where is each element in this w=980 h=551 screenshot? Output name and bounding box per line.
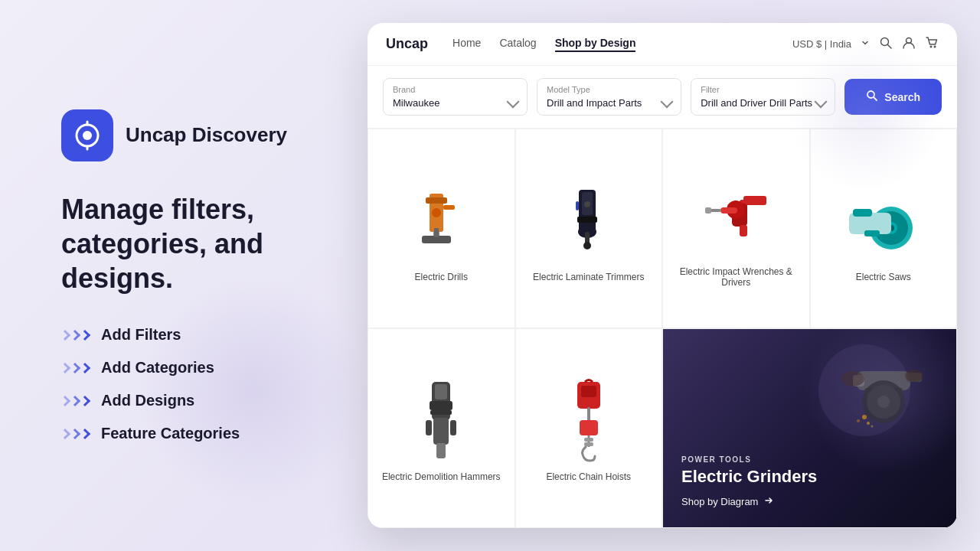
filter-filter-label: Filter [701, 85, 825, 94]
left-panel: Uncap Discovery Manage filters, categori… [0, 64, 368, 488]
nav-link-shop-by-design[interactable]: Shop by Design [555, 37, 636, 52]
featured-card-electric-grinders[interactable]: POWER TOOLS Electric Grinders Shop by Di… [662, 328, 957, 528]
brand-chevron-down-icon [507, 95, 520, 108]
svg-rect-22 [576, 201, 579, 210]
svg-point-58 [877, 396, 890, 408]
headline: Manage filters, categories, and designs. [61, 192, 322, 295]
svg-point-14 [432, 208, 441, 217]
svg-rect-51 [584, 442, 593, 446]
svg-point-5 [930, 46, 933, 48]
product-image-electric-drills [395, 178, 487, 262]
svg-rect-31 [705, 207, 711, 214]
feature-item-add-categories[interactable]: Add Categories [61, 359, 322, 377]
feature-item-feature-categories[interactable]: Feature Categories [61, 425, 322, 442]
brand-filter[interactable]: Brand Milwaukee [383, 78, 528, 116]
svg-point-64 [905, 370, 923, 382]
svg-rect-13 [443, 205, 455, 210]
feature-label-add-designs: Add Designs [101, 392, 194, 409]
svg-point-59 [862, 415, 867, 419]
cart-icon[interactable] [925, 36, 939, 52]
svg-rect-42 [433, 418, 449, 445]
product-image-electric-laminate-trimmers [543, 178, 635, 262]
product-name-electric-chain-hoists: Electric Chain Hoists [546, 471, 631, 482]
svg-rect-44 [426, 420, 432, 435]
svg-rect-18 [577, 217, 597, 223]
model-type-filter-label: Model Type [547, 85, 671, 94]
feature-label-feature-categories: Feature Categories [101, 425, 240, 442]
svg-rect-27 [740, 225, 747, 236]
svg-point-63 [841, 371, 864, 386]
feature-list: Add Filters Add Categories Add Designs [61, 326, 322, 442]
svg-rect-50 [584, 438, 593, 442]
featured-title: Electric Grinders [681, 467, 938, 487]
svg-rect-43 [436, 443, 446, 458]
logo-icon [61, 109, 113, 161]
svg-point-6 [934, 46, 936, 48]
chevrons-icon-3 [61, 396, 89, 405]
brand-filter-label: Brand [393, 85, 518, 94]
featured-link-label: Shop by Diagram [681, 496, 758, 507]
product-image-electric-demolition-hammers [395, 378, 487, 462]
filter-filter[interactable]: Filter Drill and Driver Drill Parts [691, 78, 835, 116]
nav-links: Home Catalog Shop by Design [452, 37, 792, 52]
svg-point-61 [857, 419, 860, 422]
product-card-electric-laminate-trimmers[interactable]: Electric Laminate Trimmers [515, 129, 663, 328]
svg-point-1 [83, 131, 92, 140]
product-name-electric-demolition-hammers: Electric Demolition Hammers [382, 471, 501, 482]
featured-link-arrow-icon [763, 494, 775, 509]
product-image-electric-saws [838, 178, 929, 262]
featured-link[interactable]: Shop by Diagram [681, 494, 938, 509]
logo-area: Uncap Discovery [61, 109, 322, 161]
chevrons-icon-4 [61, 429, 89, 438]
feature-label-add-categories: Add Categories [101, 359, 214, 377]
feature-item-add-designs[interactable]: Add Designs [61, 392, 322, 409]
chevrons-icon [61, 330, 89, 339]
svg-rect-37 [853, 209, 872, 217]
svg-rect-49 [580, 420, 598, 435]
nav-link-home[interactable]: Home [452, 37, 481, 52]
svg-rect-45 [450, 420, 456, 435]
model-type-chevron-down-icon [661, 95, 674, 108]
svg-rect-40 [435, 384, 447, 399]
featured-category: POWER TOOLS [681, 455, 938, 464]
product-name-electric-drills: Electric Drills [415, 272, 468, 282]
chevrons-icon-2 [61, 363, 89, 372]
product-name-electric-impact-wrenches: Electric Impact Wrenches & Drivers [675, 266, 797, 288]
product-name-electric-laminate-trimmers: Electric Laminate Trimmers [533, 272, 644, 282]
model-type-filter[interactable]: Model Type Drill and Impact Parts [537, 78, 681, 116]
nav-link-catalog[interactable]: Catalog [499, 37, 536, 52]
svg-rect-48 [581, 386, 596, 397]
product-name-electric-saws: Electric Saws [856, 272, 911, 282]
svg-point-60 [867, 422, 870, 425]
svg-point-62 [871, 425, 874, 428]
brand-filter-value: Milwaukee [393, 97, 439, 109]
svg-rect-46 [430, 410, 452, 415]
model-type-filter-value: Drill and Impact Parts [547, 97, 642, 109]
filter-filter-value: Drill and Driver Drill Parts [701, 97, 812, 109]
svg-point-23 [584, 201, 590, 207]
svg-point-21 [583, 242, 591, 249]
feature-label-add-filters: Add Filters [101, 326, 181, 344]
svg-rect-29 [720, 207, 737, 214]
product-image-electric-chain-hoists [543, 378, 635, 462]
svg-rect-38 [864, 230, 880, 236]
svg-rect-15 [434, 228, 439, 237]
feature-item-add-filters[interactable]: Add Filters [61, 326, 322, 344]
nav-logo: Uncap [386, 36, 428, 52]
product-card-electric-impact-wrenches[interactable]: Electric Impact Wrenches & Drivers [662, 129, 810, 328]
svg-rect-41 [430, 401, 452, 410]
featured-bg: POWER TOOLS Electric Grinders Shop by Di… [663, 329, 956, 527]
product-image-electric-impact-wrenches [690, 173, 782, 257]
product-card-electric-chain-hoists[interactable]: Electric Chain Hoists [515, 328, 663, 528]
svg-rect-10 [426, 197, 447, 204]
app-name: Uncap Discovery [126, 123, 287, 147]
product-card-electric-demolition-hammers[interactable]: Electric Demolition Hammers [368, 328, 515, 528]
product-card-electric-drills[interactable]: Electric Drills [368, 129, 515, 328]
filter-chevron-down-icon [815, 95, 828, 108]
